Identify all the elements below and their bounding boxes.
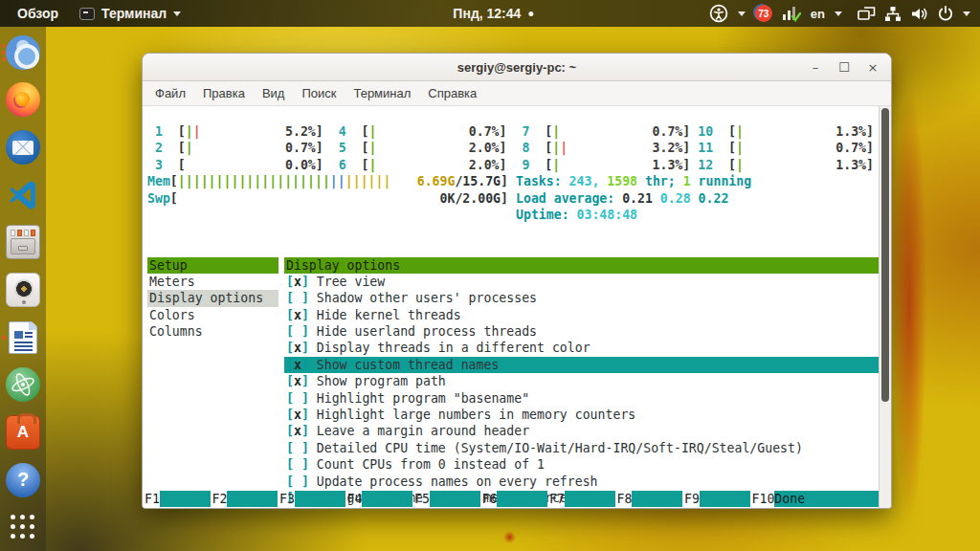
cpu-meter-5: 5[|2.0%] <box>331 140 507 156</box>
option-row-12[interactable]: [ ] Update process names on every refres… <box>284 474 879 490</box>
swap-meter: Swp[0K/2.00G] <box>147 190 508 207</box>
fkey-f1[interactable]: F1 <box>145 491 212 507</box>
chromium-icon <box>6 35 40 70</box>
fkey-f3[interactable]: F3 <box>279 491 347 507</box>
menu-item-3[interactable]: Поиск <box>293 83 345 103</box>
option-row-4[interactable]: [x] Display threads in a different color <box>284 340 879 356</box>
help-icon: ? <box>6 463 40 497</box>
setup-item-columns[interactable]: Columns <box>147 323 278 340</box>
option-row-6[interactable]: [x] Show program path <box>284 373 879 389</box>
menu-item-2[interactable]: Вид <box>254 83 294 103</box>
keyboard-layout-button[interactable]: en <box>811 7 825 21</box>
maximize-button[interactable]: ☐ <box>837 60 851 75</box>
setup-panel: Setup MetersDisplay optionsColorsColumns <box>147 257 278 490</box>
fkey-f8[interactable]: F8 <box>617 491 685 507</box>
htop-header: 1[||5.2%]4[|0.7%]7[|0.7%]10[|1.3%]2[|0.7… <box>143 106 891 223</box>
dock-item-writer[interactable] <box>0 314 46 362</box>
network-signal-check-icon[interactable] <box>782 0 801 27</box>
dock-item-vscode[interactable] <box>0 171 46 219</box>
tasks-line: Tasks: 243, 1598 thr; 1 running <box>516 173 874 189</box>
fkey-f9[interactable]: F9 <box>684 491 752 507</box>
notification-dot-icon <box>528 11 533 16</box>
cpu-meters: 1[||5.2%]4[|0.7%]7[|0.7%]10[|1.3%]2[|0.7… <box>147 123 874 173</box>
option-row-9[interactable]: [x] Leave a margin around header <box>284 423 879 439</box>
fkey-f4[interactable]: F4 <box>347 491 415 507</box>
network-wired-icon <box>884 0 902 27</box>
options-panel: Display options [x] Tree view[ ] Shadow … <box>284 257 879 490</box>
app-menu-button[interactable]: Терминал <box>79 6 181 21</box>
firefox-icon <box>6 82 40 117</box>
title-bar[interactable]: sergiy@sergiy-pc: ~ – ☐ × <box>143 54 891 81</box>
window-title: sergiy@sergiy-pc: ~ <box>143 60 891 75</box>
cpu-meter-1: 1[||5.2%] <box>147 123 323 140</box>
fkey-f10[interactable]: F10Done <box>752 491 880 507</box>
cpu-meter-11: 11[|0.7%] <box>698 140 874 156</box>
top-bar: Обзор Терминал Пнд, 12:44 73 en <box>0 0 980 27</box>
cpu-meter-9: 9[|1.3%] <box>515 157 691 173</box>
volume-icon <box>910 0 928 27</box>
fkey-f7[interactable]: F7 <box>549 491 617 507</box>
memory-meter: Mem[||||||||||||||||||||||||||||6.69G/15… <box>147 173 508 189</box>
cpu-meter-12: 12[|1.3%] <box>698 157 874 173</box>
setup-item-meters[interactable]: Meters <box>147 274 278 290</box>
cpu-meter-2: 2[|0.7%] <box>147 140 323 156</box>
function-key-bar: F1F2F3F4F5F6F7F8F9F10Done <box>145 491 879 507</box>
help-glyph: ? <box>17 469 29 491</box>
menu-item-4[interactable]: Терминал <box>345 83 419 103</box>
option-row-7[interactable]: [ ] Highlight program "basename" <box>284 390 879 407</box>
option-row-1[interactable]: [ ] Shadow other users' processes <box>284 290 879 306</box>
dock-item-show-applications[interactable] <box>0 503 46 551</box>
cpu-meter-3: 3[0.0%] <box>147 157 323 173</box>
menu-bar: ФайлПравкаВидПоискТерминалСправка <box>143 81 891 106</box>
activities-button[interactable]: Обзор <box>11 6 64 21</box>
clock-button[interactable]: Пнд, 12:44 <box>453 0 533 27</box>
show-applications-icon <box>11 515 35 540</box>
dock-item-chromium[interactable] <box>0 29 46 77</box>
option-row-0[interactable]: [x] Tree view <box>284 274 879 290</box>
menu-item-0[interactable]: Файл <box>146 83 194 103</box>
setup-item-colors[interactable]: Colors <box>147 307 278 323</box>
dock-item-thunderbird[interactable] <box>0 123 46 171</box>
fkey-f6[interactable]: F6 <box>482 491 550 507</box>
dock-item-firefox[interactable] <box>0 77 46 124</box>
chevron-down-icon <box>835 11 842 16</box>
cpu-meter-4: 4[|0.7%] <box>331 123 507 140</box>
update-badge[interactable]: 73 <box>755 5 772 22</box>
fkey-f2[interactable]: F2 <box>212 491 280 507</box>
cpu-meter-10: 10[|1.3%] <box>698 123 874 140</box>
option-row-2[interactable]: [x] Hide kernel threads <box>284 307 879 323</box>
uptime-line: Uptime: 03:48:48 <box>516 207 874 223</box>
terminal-app-icon <box>79 8 95 20</box>
setup-item-display-options[interactable]: Display options <box>147 290 278 306</box>
option-row-8[interactable]: [x] Highlight large numbers in memory co… <box>284 407 879 423</box>
dock-item-help[interactable]: ? <box>0 456 46 504</box>
dock-item-file-cabinet[interactable] <box>0 219 46 267</box>
terminal-window: sergiy@sergiy-pc: ~ – ☐ × ФайлПравкаВидП… <box>142 53 892 509</box>
scrollbar[interactable] <box>879 106 891 508</box>
dock-item-atom[interactable] <box>0 361 46 408</box>
dock: A ? <box>0 27 46 551</box>
libreoffice-writer-icon <box>9 321 37 354</box>
fkey-f5[interactable]: F5 <box>414 491 482 507</box>
option-row-10[interactable]: [ ] Detailed CPU time (System/IO-Wait/Ha… <box>284 440 879 456</box>
store-letter: A <box>17 423 29 442</box>
dock-item-speaker-app[interactable] <box>0 266 46 314</box>
running-indicator <box>2 336 6 340</box>
accessibility-icon[interactable] <box>709 0 728 27</box>
app-menu-label: Терминал <box>101 6 167 21</box>
dock-item-software-store[interactable]: A <box>0 408 46 456</box>
option-row-11[interactable]: [ ] Count CPUs from 0 instead of 1 <box>284 456 879 473</box>
thunderbird-icon <box>6 130 40 165</box>
menu-item-5[interactable]: Справка <box>419 83 485 103</box>
close-button[interactable]: × <box>866 60 880 75</box>
scrollbar-thumb[interactable] <box>881 108 889 402</box>
cpu-meter-7: 7[|0.7%] <box>515 123 691 140</box>
minimize-button[interactable]: – <box>809 60 822 75</box>
terminal-content: 1[||5.2%]4[|0.7%]7[|0.7%]10[|1.3%]2[|0.7… <box>143 106 891 508</box>
file-cabinet-icon <box>6 225 40 259</box>
menu-item-1[interactable]: Правка <box>194 83 254 103</box>
cpu-meter-6: 6[|2.0%] <box>331 157 507 173</box>
option-row-3[interactable]: [ ] Hide userland process threads <box>284 323 879 340</box>
option-row-5[interactable]: [x] Show custom thread names <box>284 357 879 373</box>
system-menu-button[interactable] <box>858 0 970 27</box>
